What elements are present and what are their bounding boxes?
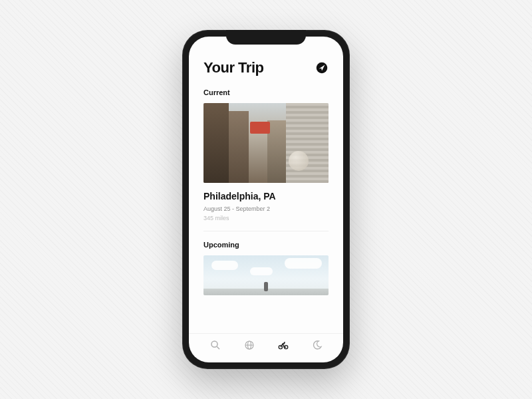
upcoming-trip-image[interactable] [203,255,329,295]
phone-notch [226,30,306,45]
trip-distance: 345 miles [203,215,329,221]
divider [203,231,329,231]
phone-frame: Your Trip Current Philadelphia, PA Augus… [182,30,350,369]
navigation-arrow-icon[interactable] [315,61,329,74]
search-icon [209,339,221,354]
trip-dates: August 25 - September 2 [203,205,329,212]
tab-bike[interactable] [276,339,291,354]
svg-line-2 [217,346,219,349]
tab-globe[interactable] [242,339,257,354]
page-title: Your Trip [203,59,263,76]
svg-point-1 [211,341,217,347]
header: Your Trip [203,59,329,76]
tab-moon[interactable] [310,339,325,354]
moon-icon [311,339,323,354]
globe-icon [243,339,255,354]
current-trip-image[interactable] [203,103,329,183]
section-label-current: Current [203,88,329,96]
scroll-content[interactable]: Your Trip Current Philadelphia, PA Augus… [189,37,343,333]
bicycle-icon [277,339,289,354]
screen: Your Trip Current Philadelphia, PA Augus… [189,37,343,362]
tab-bar [189,333,343,362]
section-label-upcoming: Upcoming [203,241,329,249]
trip-destination: Philadelphia, PA [203,191,329,201]
tab-search[interactable] [208,339,223,354]
